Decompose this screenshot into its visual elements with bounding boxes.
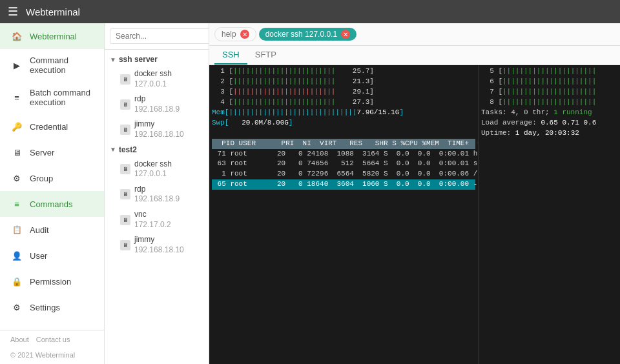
- tree-content: ▼ ssh server 🖥 docker ssh127.0.0.1 🖥 rdp…: [105, 50, 209, 260]
- tree-node[interactable]: 🖥 vnc172.17.0.2: [105, 207, 209, 232]
- search-input[interactable]: [110, 28, 209, 44]
- tree-node[interactable]: 🖥 docker ssh127.0.0.1: [105, 157, 209, 182]
- term-line: 5 [||||||||||||||||||||||: [481, 66, 617, 77]
- proto-tabs: SSH SFTP: [209, 46, 620, 65]
- term-line: Uptime: 1 day, 20:03:32: [481, 128, 617, 139]
- tree-node[interactable]: 🖥 rdp192.168.18.9: [105, 92, 209, 117]
- tab-label: help: [222, 30, 236, 39]
- term-line: Load average: 0.65 0.71 0.6: [481, 118, 617, 128]
- app-title: Webterminal: [26, 6, 80, 17]
- terminal-right-col: 5 [|||||||||||||||||||||| 6 [|||||||||||…: [478, 65, 620, 364]
- sidebar-item-commands[interactable]: ≡ Commands: [0, 191, 104, 217]
- tab-close-docker[interactable]: ✕: [341, 30, 350, 39]
- term-line: 1 root 20 0 72296 6564 5820 S 0.0 0.0 0:…: [212, 169, 475, 179]
- tab-help[interactable]: help ✕: [214, 27, 256, 41]
- node-icon: 🖥: [120, 125, 130, 135]
- sidebar-label: Webterminal: [30, 32, 77, 41]
- term-line: 4 [|||||||||||||||||||||||| 27.3]: [212, 97, 475, 108]
- sidebar-label: User: [30, 251, 47, 261]
- node-label: vnc172.17.0.2: [134, 210, 171, 230]
- collapse-arrow: ▼: [110, 56, 116, 63]
- group-icon: ⚙: [10, 172, 23, 185]
- tree-group-ssh-server[interactable]: ▼ ssh server: [105, 52, 209, 66]
- sidebar-item-audit[interactable]: 📋 Audit: [0, 217, 104, 243]
- commands-icon: ≡: [10, 197, 23, 210]
- sidebar-label: Commands: [30, 199, 72, 209]
- tree-node[interactable]: 🖥 jimmy192.168.18.10: [105, 117, 209, 142]
- term-line: 7 [||||||||||||||||||||||: [481, 87, 617, 97]
- tree-node[interactable]: 🖥 rdp192.168.18.9: [105, 182, 209, 207]
- terminal-left-col: 1 [|||||||||||||||||||||||| 25.7] 2 [|||…: [209, 65, 478, 364]
- contact-link[interactable]: Contact us: [36, 336, 70, 343]
- server-icon: 🖥: [10, 146, 23, 159]
- sidebar-item-credential[interactable]: 🔑 Credential: [0, 114, 104, 139]
- node-icon: 🖥: [120, 215, 130, 225]
- content-area: 🔍 ▼ ssh server 🖥 docker ssh127.0.0.1 🖥 r…: [105, 23, 620, 364]
- list-icon: ≡: [10, 91, 23, 104]
- sidebar-label: Group: [30, 174, 53, 183]
- user-icon: 👤: [10, 249, 23, 262]
- sidebar-label: Audit: [30, 225, 49, 235]
- term-line: 1 [|||||||||||||||||||||||| 25.7]: [212, 66, 475, 77]
- node-label: docker ssh127.0.0.1: [134, 159, 172, 179]
- term-line: 71 root 20 0 24108 1088 3164 S 0.0 0.0 0…: [212, 149, 475, 159]
- term-line: 3 [|||||||||||||||||||||||| 29.1]: [212, 87, 475, 97]
- sidebar-item-user[interactable]: 👤 User: [0, 243, 104, 268]
- sidebar-item-server[interactable]: 🖥 Server: [0, 139, 104, 165]
- play-icon: ▶: [10, 59, 23, 72]
- node-label: jimmy192.168.18.10: [134, 235, 184, 255]
- sidebar-item-command-execution[interactable]: ▶ Command execution: [0, 49, 104, 81]
- term-line-selected: 65 root 20 0 18640 3604 1060 S 0.0 0.0 0…: [212, 179, 475, 190]
- sidebar-item-group[interactable]: ⚙ Group: [0, 165, 104, 191]
- term-line: Tasks: 4, 0 thr; 1 running: [481, 108, 617, 118]
- sidebar-label: Permission: [30, 277, 71, 287]
- term-line: 2 [|||||||||||||||||||||||| 21.3]: [212, 77, 475, 87]
- main-layout: 🏠 Webterminal ▶ Command execution ≡ Batc…: [0, 23, 620, 364]
- tab-ssh[interactable]: SSH: [214, 46, 247, 65]
- terminal-screen[interactable]: 1 [|||||||||||||||||||||||| 25.7] 2 [|||…: [209, 65, 620, 364]
- node-icon: 🖥: [120, 240, 130, 250]
- node-icon: 🖥: [120, 99, 130, 110]
- group-name: test2: [119, 145, 137, 154]
- term-line: Mem[||||||||||||||||||||||||||||||7.9G/1…: [212, 108, 475, 118]
- node-label: rdp192.168.18.9: [134, 185, 180, 205]
- node-icon: 🖥: [120, 189, 130, 199]
- audit-icon: 📋: [10, 223, 23, 236]
- tab-label: docker ssh 127.0.0.1: [265, 30, 337, 39]
- sidebar-label: Settings: [30, 303, 60, 312]
- tree-node[interactable]: 🖥 docker ssh127.0.0.1: [105, 66, 209, 92]
- node-label: docker ssh127.0.0.1: [134, 69, 172, 89]
- term-line: 6 [||||||||||||||||||||||: [481, 77, 617, 87]
- sidebar-item-webterminal[interactable]: 🏠 Webterminal: [0, 23, 104, 49]
- collapse-arrow: ▼: [110, 146, 116, 153]
- copyright: © 2021 Webterminal: [0, 349, 104, 364]
- term-line: [212, 128, 475, 139]
- sidebar-footer-links: About Contact us: [0, 330, 104, 349]
- tree-search-bar: 🔍: [105, 23, 209, 50]
- tab-close-help[interactable]: ✕: [240, 30, 249, 39]
- node-label: jimmy192.168.18.10: [134, 119, 184, 139]
- key-icon: 🔑: [10, 120, 23, 133]
- tab-sftp[interactable]: SFTP: [247, 46, 284, 65]
- node-icon: 🖥: [120, 74, 130, 85]
- node-label: rdp192.168.18.9: [134, 94, 180, 114]
- sidebar-item-permission[interactable]: 🔒 Permission: [0, 268, 104, 294]
- sidebar-item-settings[interactable]: ⚙ Settings: [0, 294, 104, 320]
- settings-icon: ⚙: [10, 301, 23, 314]
- sidebar: 🏠 Webterminal ▶ Command execution ≡ Batc…: [0, 23, 105, 364]
- tab-docker-ssh[interactable]: docker ssh 127.0.0.1 ✕: [259, 28, 356, 41]
- tree-node[interactable]: 🖥 jimmy192.168.18.10: [105, 232, 209, 258]
- terminal-area: help ✕ docker ssh 127.0.0.1 ✕ SSH SFTP: [209, 23, 620, 364]
- node-icon: 🖥: [120, 164, 130, 174]
- about-link[interactable]: About: [10, 336, 29, 343]
- lock-icon: 🔒: [10, 275, 23, 288]
- term-line: Swp[ 20.0M/8.00G]: [212, 118, 475, 128]
- sidebar-item-batch-command[interactable]: ≡ Batch command execution: [0, 81, 104, 114]
- term-line: 63 root 20 0 74656 512 5664 S 0.0 0.0 0:…: [212, 159, 475, 169]
- sidebar-label: Batch command execution: [30, 88, 94, 107]
- topbar: ☰ Webterminal: [0, 0, 620, 23]
- sidebar-label: Server: [30, 148, 54, 157]
- tree-group-test2[interactable]: ▼ test2: [105, 143, 209, 157]
- group-name: ssh server: [119, 55, 158, 64]
- menu-icon[interactable]: ☰: [8, 5, 18, 19]
